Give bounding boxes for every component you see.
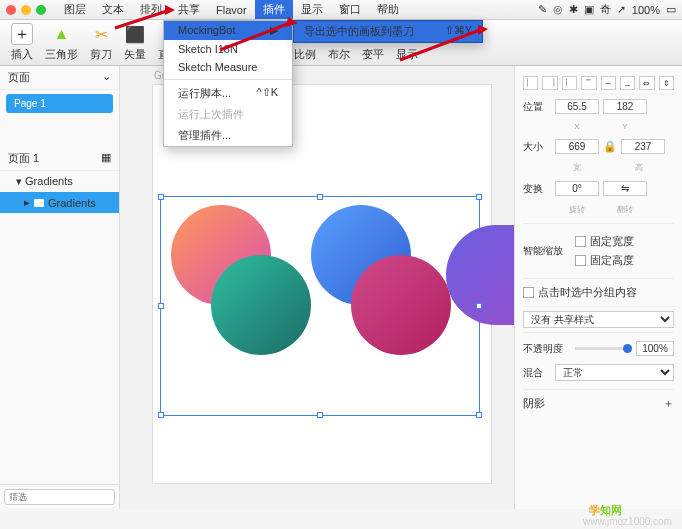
annotation-arrow: [115, 3, 175, 35]
window-controls[interactable]: [6, 5, 46, 15]
resize-handle[interactable]: [158, 303, 164, 309]
folder-icon: [34, 199, 44, 207]
size-row: 大小 🔒: [523, 135, 674, 158]
distribute-v-icon[interactable]: ⇕: [659, 76, 674, 90]
divider: [523, 223, 674, 224]
resize-handle[interactable]: [158, 412, 164, 418]
battery-icon: ▭: [666, 3, 676, 16]
x-input[interactable]: [555, 99, 599, 114]
align-row: ⎸ ⎹ ⎸ ⎺ ─ ⎽ ⇔ ⇕: [523, 72, 674, 95]
artboard-header[interactable]: 页面 1 ▦: [0, 147, 119, 171]
filter-input[interactable]: [4, 489, 115, 505]
resize-handle[interactable]: [158, 194, 164, 200]
resize-handle[interactable]: [476, 303, 482, 309]
align-left-icon[interactable]: ⎸: [523, 76, 538, 90]
tool-scissors[interactable]: ✂剪刀: [87, 23, 115, 62]
y-input[interactable]: [603, 99, 647, 114]
transform-label: 变换: [523, 182, 551, 196]
blend-label: 混合: [523, 366, 551, 380]
blend-select[interactable]: 正常: [555, 364, 674, 381]
checkbox-icon: [575, 255, 586, 266]
opacity-label: 不透明度: [523, 342, 571, 356]
divider: [164, 79, 292, 80]
checkbox-icon: [575, 236, 586, 247]
menu-help[interactable]: 帮助: [369, 0, 407, 19]
size-sub: 宽高: [523, 158, 674, 177]
battery-label: 100%: [632, 4, 660, 16]
opacity-row: 不透明度: [523, 337, 674, 360]
pages-header[interactable]: 页面 ⌄: [0, 66, 119, 90]
plugin-sketch-measure[interactable]: Sketch Measure: [164, 58, 292, 76]
gradient-circle[interactable]: [351, 255, 451, 355]
dropdown-label: 运行脚本...: [178, 87, 231, 99]
zoom-icon[interactable]: [36, 5, 46, 15]
resize-row: 智能缩放 固定宽度 固定高度: [523, 228, 674, 274]
minimize-icon[interactable]: [21, 5, 31, 15]
transform-sub: 旋转翻转: [523, 200, 674, 219]
resize-handle[interactable]: [476, 412, 482, 418]
page-button[interactable]: Page 1: [6, 94, 113, 113]
resize-handle[interactable]: [317, 194, 323, 200]
fix-height-checkbox[interactable]: 固定高度: [575, 251, 674, 270]
menu-share[interactable]: 共享: [170, 0, 208, 19]
shared-style-select[interactable]: 没有 共享样式: [523, 311, 674, 328]
distribute-h-icon[interactable]: ⇔: [639, 76, 654, 90]
filter-bar: [0, 484, 119, 509]
scissors-icon: ✂: [90, 23, 112, 45]
opacity-slider[interactable]: [575, 347, 632, 350]
status-icon: ▣: [584, 3, 594, 16]
chevron-icon: ⌄: [102, 70, 111, 85]
shadow-section[interactable]: 阴影 ＋: [523, 394, 674, 413]
status-icon: ➚: [617, 3, 626, 16]
gradient-circle[interactable]: [211, 255, 311, 355]
tool-insert[interactable]: ＋插入: [8, 23, 36, 62]
opacity-input[interactable]: [636, 341, 674, 356]
fix-width-checkbox[interactable]: 固定宽度: [575, 232, 674, 251]
gradient-circle[interactable]: [446, 225, 514, 325]
align-middle-icon[interactable]: ─: [601, 76, 616, 90]
artboard-label: Gradients: [25, 175, 73, 187]
lock-icon[interactable]: 🔒: [603, 140, 617, 153]
clickthrough-checkbox[interactable]: 点击时选中分组内容: [523, 283, 674, 302]
status-icon: 奇: [600, 2, 611, 17]
align-top-icon[interactable]: ⎺: [581, 76, 596, 90]
svg-line-3: [220, 23, 290, 50]
align-bottom-icon[interactable]: ⎽: [620, 76, 635, 90]
status-icon: ◎: [553, 3, 563, 16]
flip-input[interactable]: [603, 181, 647, 196]
grid-icon: ▦: [101, 151, 111, 166]
align-right-icon[interactable]: ⎸: [562, 76, 577, 90]
divider: [523, 389, 674, 390]
resize-handle[interactable]: [476, 194, 482, 200]
blend-row: 混合 正常: [523, 360, 674, 385]
layers-panel: 页面 ⌄ Page 1 页面 1 ▦ ▾ Gradients ▸ Gradien…: [0, 66, 120, 509]
align-center-icon[interactable]: ⎹: [542, 76, 557, 90]
menubar: 图层 文本 排列 共享 Flavor 插件 显示 窗口 帮助 ✎ ◎ ✱ ▣ 奇…: [0, 0, 682, 20]
height-input[interactable]: [621, 139, 665, 154]
svg-marker-2: [286, 17, 298, 27]
selection-box[interactable]: [160, 196, 480, 416]
tool-triangle[interactable]: ▲三角形: [42, 23, 81, 62]
artboard-header-label: 页面 1: [8, 151, 39, 166]
menu-layers[interactable]: 图层: [56, 0, 94, 19]
status-icon: ✱: [569, 3, 578, 16]
plugin-run-script[interactable]: 运行脚本... ^⇧K: [164, 83, 292, 104]
rotation-input[interactable]: [555, 181, 599, 196]
annotation-arrow: [400, 25, 490, 67]
plugin-manage[interactable]: 管理插件...: [164, 125, 292, 146]
artboard-item[interactable]: ▾ Gradients: [0, 171, 119, 192]
disclosure-icon: ▾: [16, 175, 25, 187]
size-label: 大小: [523, 140, 551, 154]
position-row: 位置: [523, 95, 674, 118]
width-input[interactable]: [555, 139, 599, 154]
plus-icon[interactable]: ＋: [663, 396, 674, 411]
status-icon: ✎: [538, 3, 547, 16]
close-icon[interactable]: [6, 5, 16, 15]
resize-handle[interactable]: [317, 412, 323, 418]
annotation-arrow: [220, 15, 300, 57]
checkbox-icon: [523, 287, 534, 298]
layer-selected[interactable]: ▸ Gradients: [0, 192, 119, 213]
menu-window[interactable]: 窗口: [331, 0, 369, 19]
resize-label: 智能缩放: [523, 244, 571, 258]
pages-label: 页面: [8, 70, 30, 85]
